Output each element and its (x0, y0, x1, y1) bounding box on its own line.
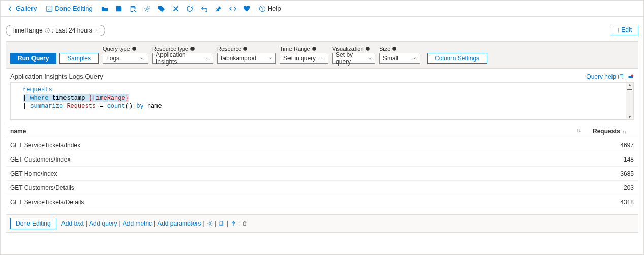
chevron-down-icon (368, 56, 372, 61)
tag-button[interactable] (156, 3, 167, 14)
pin-button[interactable] (213, 3, 224, 14)
svg-point-9 (393, 47, 397, 51)
column-requests-header[interactable]: Requests↑↓ (585, 124, 631, 138)
move-up-icon[interactable] (230, 220, 236, 227)
arrow-left-icon (7, 5, 14, 12)
query-header-bar: Run Query Samples Query type Logs Resour… (6, 42, 638, 69)
svg-point-11 (631, 74, 634, 77)
chevron-down-icon (267, 56, 272, 61)
clone-icon[interactable] (218, 220, 224, 227)
query-help-link[interactable]: Query help (586, 73, 624, 80)
info-icon (132, 46, 137, 51)
feedback-button[interactable] (241, 3, 252, 14)
step-footer: Done Editing Add text | Add query | Add … (6, 214, 638, 232)
query-text: requests | where timestamp {TimeRange} |… (11, 83, 633, 119)
chevron-down-icon (411, 56, 416, 61)
size-dropdown[interactable]: Small (379, 53, 420, 64)
svg-rect-14 (219, 221, 222, 225)
resource-label: Resource (217, 46, 241, 52)
settings-icon[interactable] (207, 220, 213, 227)
table-row[interactable]: GET ServiceTickets/Index4697 (6, 138, 638, 152)
table-row[interactable]: GET ServiceTickets/Details4318 (6, 195, 638, 209)
tag-icon (158, 5, 165, 12)
query-type-dropdown[interactable]: Logs (103, 53, 148, 64)
info-icon (45, 28, 50, 33)
settings-button[interactable] (142, 3, 153, 14)
chevron-down-icon (205, 56, 210, 61)
param-value: Last 24 hours (55, 27, 92, 34)
size-label: Size (379, 46, 390, 52)
query-editor[interactable]: requests | where timestamp {TimeRange} |… (10, 82, 634, 120)
refresh-button[interactable] (184, 3, 196, 14)
add-metric-link[interactable]: Add metric (123, 220, 152, 227)
resource-dropdown[interactable]: fabrikamprod (217, 53, 276, 64)
table-row[interactable]: GET Customers/Details203 (6, 181, 638, 195)
time-range-parameter[interactable]: TimeRange : Last 24 hours (6, 25, 105, 36)
chevron-down-icon (319, 56, 325, 61)
save-as-button[interactable] (127, 3, 139, 14)
samples-button[interactable]: Samples (59, 53, 99, 64)
footer-actions: Add text | Add query | Add metric | Add … (61, 220, 248, 227)
column-settings-button[interactable]: Column Settings (427, 53, 487, 64)
info-icon (365, 46, 370, 51)
gallery-button[interactable]: Gallery (4, 3, 40, 14)
grid-body[interactable]: GET ServiceTickets/Index4697 GET Custome… (6, 138, 638, 214)
svg-point-1 (146, 7, 148, 9)
add-query-link[interactable]: Add query (89, 220, 117, 227)
code-icon (229, 5, 236, 12)
clear-button[interactable] (170, 3, 181, 14)
editor-scrollbar[interactable]: ▲ ▼ (626, 83, 633, 119)
open-button[interactable] (99, 3, 110, 14)
svg-rect-13 (220, 222, 223, 226)
intellisense-icon[interactable] (628, 74, 634, 80)
gallery-label: Gallery (16, 5, 37, 12)
external-link-icon (618, 74, 624, 80)
sort-icon: ↑↓ (576, 128, 581, 133)
table-row[interactable] (6, 209, 638, 214)
table-row[interactable]: GET Home/Index3685 (6, 167, 638, 181)
done-editing-top-button[interactable]: Done Editing (43, 3, 95, 14)
time-range-dropdown[interactable]: Set in query (280, 53, 328, 64)
save-as-icon (130, 5, 137, 12)
help-label: Help (268, 5, 281, 12)
chevron-down-icon (94, 28, 100, 33)
minimap-marker (627, 89, 632, 90)
scroll-up-icon: ▲ (628, 83, 632, 87)
workbook-editor: Gallery Done Editing Help TimeRange : La… (0, 0, 644, 255)
add-parameters-link[interactable]: Add parameters (157, 220, 201, 227)
chevron-down-icon (140, 56, 145, 61)
table-row[interactable]: GET Customers/Index148 (6, 152, 638, 167)
query-help-area: Query help (586, 73, 634, 80)
resource-type-dropdown[interactable]: Application Insights (152, 53, 213, 64)
delete-icon[interactable] (242, 220, 248, 227)
grid-header: name↑↓ Requests↑↓ (6, 124, 638, 138)
visualization-dropdown[interactable]: Set by query (332, 53, 375, 64)
save-button[interactable] (113, 3, 124, 14)
query-type-label: Query type (103, 46, 130, 52)
svg-point-8 (366, 47, 370, 51)
undo-button[interactable] (199, 3, 210, 14)
results-grid: name↑↓ Requests↑↓ GET ServiceTickets/Ind… (6, 124, 638, 214)
query-subtitle: Application Insights Logs Query (10, 73, 103, 80)
undo-icon (201, 5, 208, 12)
advanced-editor-button[interactable] (227, 3, 238, 14)
save-icon (115, 5, 122, 12)
info-icon (312, 46, 317, 51)
info-icon (392, 46, 397, 51)
edit-label: ↑ Edit (617, 26, 632, 34)
done-editing-icon (46, 5, 53, 12)
help-button[interactable]: Help (255, 3, 284, 14)
time-range-label: Time Range (280, 46, 310, 52)
column-name-header[interactable]: name↑↓ (6, 124, 585, 138)
x-icon (172, 5, 179, 12)
svg-point-7 (312, 47, 316, 51)
run-query-button[interactable]: Run Query (10, 53, 56, 64)
edit-step-button[interactable]: ↑ Edit (610, 25, 638, 35)
svg-point-5 (190, 47, 195, 51)
done-editing-top-label: Done Editing (55, 5, 92, 12)
pin-icon (215, 5, 222, 12)
done-editing-step-button[interactable]: Done Editing (10, 218, 56, 229)
gear-icon (144, 5, 151, 12)
add-text-link[interactable]: Add text (61, 220, 84, 227)
sort-icon: ↑↓ (622, 129, 627, 134)
